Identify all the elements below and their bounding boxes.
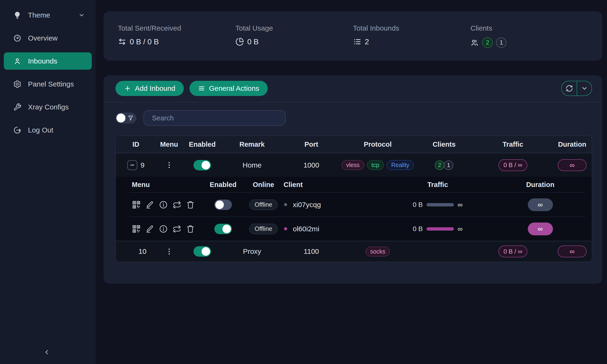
inbound-port: 1000 — [304, 161, 319, 169]
sidebar-item-xray-configs[interactable]: Xray Configs — [4, 98, 92, 116]
inbounds-table: ID Menu Enabled Remark Port Protocol Cli… — [116, 136, 592, 262]
filter-toggle[interactable] — [116, 113, 136, 123]
delete-button[interactable] — [186, 224, 195, 234]
inbounds-panel: Add Inbound General Actions — [104, 75, 602, 284]
sidebar-item-label: Inbounds — [28, 57, 57, 65]
sidebar-item-label: Overview — [28, 34, 58, 42]
duration-badge: ∞ — [558, 246, 587, 257]
table-header: ID Menu Enabled Remark Port Protocol Cli… — [116, 136, 592, 153]
toggle-knob — [222, 225, 231, 233]
clients-disabled-badge: 1 — [496, 38, 506, 48]
toolbar-divider — [104, 102, 602, 102]
client-enabled-toggle[interactable] — [214, 199, 232, 210]
stat-value: 0 B / 0 B — [130, 38, 159, 46]
clients-table-header: Menu Enabled Online Client Traffic Durat… — [130, 177, 585, 193]
traffic-cap: ∞ — [458, 225, 462, 233]
search-row — [116, 110, 602, 126]
inbound-enabled-toggle[interactable] — [194, 246, 211, 257]
toggle-knob — [117, 114, 125, 122]
info-button[interactable] — [159, 200, 168, 209]
client-menu — [130, 200, 201, 209]
pie-chart-icon — [236, 38, 244, 46]
stat-label: Total Inbounds — [353, 24, 471, 32]
clients-disabled-count-badge: 1 — [444, 160, 453, 170]
add-inbound-label: Add Inbound — [135, 84, 175, 92]
sidebar-collapse-button[interactable] — [40, 345, 54, 359]
edit-button[interactable] — [145, 200, 155, 209]
delete-button[interactable] — [186, 200, 195, 209]
col-port: Port — [282, 141, 341, 148]
search-input[interactable] — [144, 110, 286, 126]
online-status-badge: Offline — [249, 224, 278, 234]
inbound-id: 10 — [138, 247, 146, 256]
row-menu-button[interactable] — [164, 247, 174, 256]
qr-code-icon — [132, 200, 141, 209]
stat-label: Total Usage — [236, 24, 353, 32]
minus-icon — [131, 165, 134, 165]
sidebar-item-log-out[interactable]: Log Out — [4, 121, 92, 139]
gear-icon — [13, 80, 22, 88]
security-badge-reality: Reality — [387, 160, 414, 170]
hamburger-icon — [198, 85, 205, 92]
col-id: ID — [116, 141, 156, 148]
col-traffic: Traffic — [427, 181, 448, 189]
sidebar-item-overview[interactable]: Overview — [4, 29, 92, 47]
edit-button[interactable] — [145, 224, 155, 234]
client-duration-badge: ∞ — [528, 198, 553, 211]
client-enabled-toggle[interactable] — [214, 224, 232, 234]
people-icon — [470, 39, 479, 47]
stat-total-inbounds: Total Inbounds 2 — [353, 24, 471, 48]
reset-traffic-button[interactable] — [172, 200, 182, 209]
toggle-knob — [201, 161, 210, 169]
col-remark: Remark — [222, 141, 282, 148]
person-icon — [13, 57, 22, 65]
qr-code-button[interactable] — [132, 224, 141, 234]
sidebar-item-label: Theme — [28, 11, 50, 19]
client-color-dot — [284, 203, 287, 206]
online-status-badge: Offline — [249, 199, 278, 210]
clients-enabled-count-badge: 2 — [435, 160, 444, 170]
inbound-enabled-toggle[interactable] — [194, 160, 211, 170]
traffic-progress-bar — [427, 203, 454, 207]
info-icon — [159, 224, 168, 234]
row-menu-button[interactable] — [164, 160, 174, 170]
traffic-used: 0 B — [413, 201, 423, 208]
col-online: Online — [253, 181, 274, 189]
traffic-used: 0 B — [413, 225, 423, 233]
col-enabled: Enabled — [182, 141, 222, 148]
stat-clients: Clients 2 1 — [470, 24, 588, 48]
logout-icon — [13, 126, 22, 134]
refresh-button[interactable] — [562, 81, 577, 95]
app-root: Theme Overview Inbounds Panel Settings — [0, 0, 607, 364]
collapse-row-button[interactable] — [127, 160, 137, 170]
col-enabled: Enabled — [210, 181, 237, 189]
toggle-knob — [215, 200, 224, 209]
col-duration: Duration — [526, 181, 554, 189]
protocol-badge-vless: vless — [342, 160, 364, 170]
inbound-port: 1100 — [304, 247, 319, 256]
traffic-badge: 0 B / ∞ — [498, 159, 527, 171]
inbound-remark: Home — [243, 161, 262, 169]
lightbulb-icon — [13, 11, 22, 19]
sidebar-item-label: Panel Settings — [28, 80, 74, 88]
chevron-left-icon — [43, 349, 51, 356]
info-button[interactable] — [159, 224, 168, 234]
inbound-id: 9 — [141, 161, 145, 169]
funnel-icon — [128, 115, 134, 121]
trash-icon — [186, 200, 195, 209]
stats-card: Total Sent/Received 0 B / 0 B Total Usag… — [104, 11, 602, 60]
sidebar-item-inbounds[interactable]: Inbounds — [4, 52, 92, 70]
col-client: Client — [281, 181, 303, 189]
add-inbound-button[interactable]: Add Inbound — [116, 81, 184, 96]
qr-code-button[interactable] — [132, 200, 141, 209]
client-row-xi07ycqg: Offline xi07ycqg 0 B ∞ ∞ — [130, 193, 585, 217]
sidebar-item-theme[interactable]: Theme — [4, 6, 92, 24]
sidebar-item-label: Log Out — [28, 126, 53, 134]
general-actions-button[interactable]: General Actions — [189, 81, 268, 96]
refresh-dropdown-button[interactable] — [577, 81, 592, 95]
trash-icon — [186, 224, 195, 234]
reset-traffic-button[interactable] — [172, 224, 182, 234]
sidebar-item-label: Xray Configs — [28, 103, 69, 111]
table-row-inbound-9: 9 Home 1000 vless tcp Reality — [116, 153, 592, 177]
sidebar-item-panel-settings[interactable]: Panel Settings — [4, 75, 92, 93]
